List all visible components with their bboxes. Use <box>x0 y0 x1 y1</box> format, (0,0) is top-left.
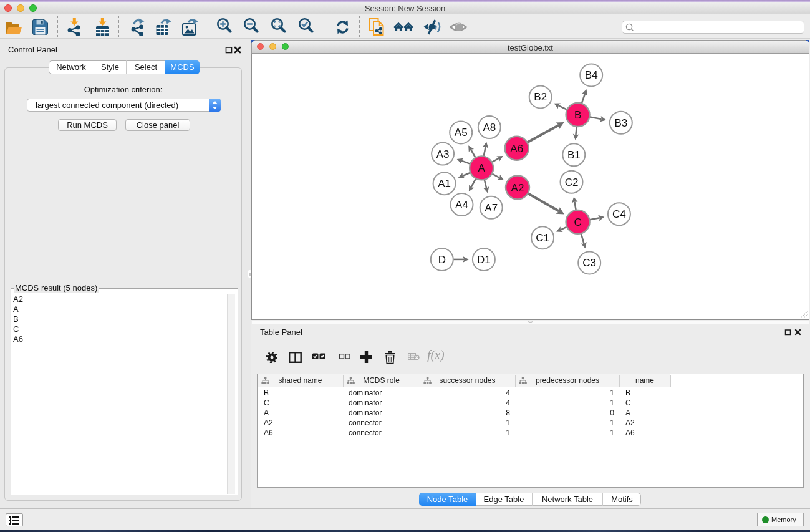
svg-text:A7: A7 <box>485 202 498 214</box>
svg-text:B2: B2 <box>534 91 547 103</box>
svg-text:B3: B3 <box>614 117 627 129</box>
svg-text:C3: C3 <box>582 257 596 269</box>
svg-text:A: A <box>478 162 485 174</box>
svg-text:A5: A5 <box>455 127 468 138</box>
svg-text:B: B <box>574 109 581 121</box>
svg-text:C1: C1 <box>536 232 549 244</box>
svg-text:A6: A6 <box>510 143 523 155</box>
svg-text:D: D <box>438 254 446 266</box>
svg-text:C4: C4 <box>612 208 626 220</box>
svg-text:C: C <box>574 216 581 228</box>
svg-text:A4: A4 <box>455 199 468 211</box>
svg-text:A2: A2 <box>511 182 524 194</box>
svg-text:C2: C2 <box>565 177 579 188</box>
svg-text:A1: A1 <box>438 178 451 190</box>
svg-text:A3: A3 <box>436 148 450 160</box>
svg-text:D1: D1 <box>477 254 491 266</box>
svg-text:A8: A8 <box>483 122 496 133</box>
svg-text:B4: B4 <box>585 69 598 81</box>
svg-text:B1: B1 <box>567 149 581 161</box>
